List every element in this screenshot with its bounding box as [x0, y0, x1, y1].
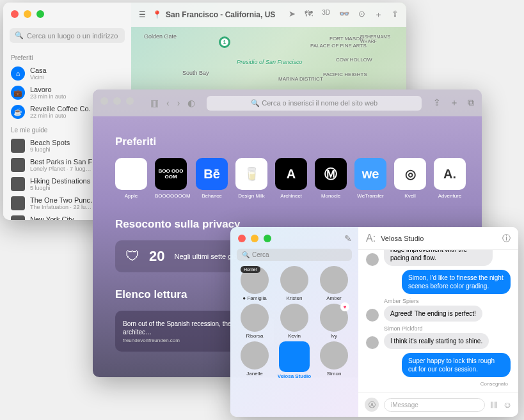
look-around-icon[interactable]: 👓: [339, 9, 349, 20]
favorite-site[interactable]: Ⓜ Monocle: [315, 158, 347, 199]
emoji-icon[interactable]: ☺: [503, 400, 512, 410]
share-icon[interactable]: ⇪: [392, 9, 399, 20]
close-button[interactable]: [100, 97, 108, 105]
message-input-bar: Ⓐ iMessage ⦀⦀ ☺: [358, 392, 518, 417]
contact-name: Janelle: [235, 371, 274, 377]
heart-icon: ♥: [340, 302, 349, 311]
search-placeholder: Cerca: [252, 251, 269, 258]
favorite-title: Casa: [30, 66, 47, 74]
site-icon: 🥛: [235, 158, 267, 190]
route-marker[interactable]: 1: [219, 36, 230, 48]
guide-title: The One Two Punc…: [30, 196, 97, 204]
contact-item[interactable]: Risorsa: [235, 304, 274, 339]
minimize-button[interactable]: [113, 97, 121, 105]
site-label: Kvell: [394, 193, 426, 199]
contact-item[interactable]: Home! ● Famiglia: [235, 266, 274, 301]
guide-title: Beach Spots: [30, 139, 70, 146]
maps-traffic-lights: [3, 3, 52, 26]
favorite-site[interactable]: Bē Behance: [196, 158, 228, 199]
map-mode-icon[interactable]: 🗺: [305, 9, 313, 20]
map-label: COW HOLLOW: [336, 57, 372, 63]
url-placeholder: Cerca o inserisci il nome del sito web: [262, 99, 377, 107]
favorite-icon: 💼: [11, 86, 25, 100]
details-icon[interactable]: ⓘ: [502, 233, 511, 244]
message-input[interactable]: iMessage: [384, 398, 485, 412]
contact-item[interactable]: Janelle: [235, 341, 274, 379]
url-field[interactable]: 🔍 Cerca o inserisci il nome del sito web: [207, 96, 422, 111]
search-icon: 🔍: [251, 99, 262, 107]
guide-title: Best Parks in San F…: [30, 158, 99, 166]
contact-name: Kristen: [275, 295, 314, 301]
to-label: A:: [366, 233, 376, 244]
message-bubble[interactable]: Super happy to lock this rough cut for o…: [402, 353, 511, 377]
favorite-site[interactable]: A. Adventure: [434, 158, 466, 199]
zoom-button[interactable]: [264, 235, 271, 242]
minimize-button[interactable]: [24, 10, 31, 18]
app-store-icon[interactable]: Ⓐ: [365, 398, 379, 412]
add-icon[interactable]: ＋: [374, 9, 383, 20]
contact-name: ● Famiglia: [235, 295, 274, 301]
favorite-site[interactable]: BOO OOO OOM BOOOOOOOM: [155, 158, 188, 199]
3d-button[interactable]: 3D: [322, 9, 330, 20]
tracker-count: 20: [149, 248, 164, 265]
close-button[interactable]: [238, 235, 246, 242]
favorite-site[interactable]: Apple: [115, 158, 147, 199]
contact-avatar: [320, 266, 348, 294]
favorite-site[interactable]: A Archinect: [275, 158, 307, 199]
site-label: WeTransfer: [354, 193, 386, 199]
favorite-subtitle: 23 min in auto: [30, 93, 67, 100]
map-label: Golden Gate: [144, 33, 177, 40]
site-icon: BOO OOO OOM: [155, 158, 187, 190]
message-row-incoming: I think it's really starting to shine.: [366, 333, 511, 349]
guide-thumbnail: [11, 158, 25, 172]
sidebar-toggle-icon[interactable]: ☰: [139, 10, 146, 19]
audio-icon[interactable]: ⦀⦀: [490, 400, 498, 410]
sidebar-icon[interactable]: ▥: [150, 98, 159, 108]
navigate-icon[interactable]: ➤: [289, 9, 296, 20]
contact-item[interactable]: Kevin: [275, 304, 314, 339]
message-bubble[interactable]: Simon, I'd like to finesse the night sce…: [402, 270, 511, 294]
favorite-item[interactable]: ⌂ Casa Vicini: [3, 64, 131, 83]
message-bubble[interactable]: Agreed! The ending is perfect!: [384, 306, 482, 322]
contact-item[interactable]: Amber: [315, 266, 353, 301]
message-row-outgoing: Simon, I'd like to finesse the night sce…: [366, 270, 511, 294]
close-button[interactable]: [11, 10, 19, 18]
settings-icon[interactable]: ⊙: [358, 9, 365, 20]
zoom-button[interactable]: [126, 97, 134, 105]
compose-icon[interactable]: ✎: [344, 233, 352, 244]
favorite-site[interactable]: ◎ Kvell: [394, 158, 426, 199]
site-icon: A.: [434, 158, 466, 190]
zoom-button[interactable]: [36, 10, 44, 18]
message-bubble[interactable]: I think the new sequence made a huge imp…: [384, 250, 493, 266]
contact-item[interactable]: Simon: [315, 341, 353, 379]
site-label: Apple: [115, 193, 147, 199]
messages-sidebar: 🔍 Cerca Home! ● Famiglia Kristen Amber R…: [230, 227, 358, 417]
map-label: FISHERMAN'S WHARF: [360, 35, 406, 43]
favorite-site[interactable]: we WeTransfer: [354, 158, 386, 199]
contact-name: Kevin: [275, 333, 314, 339]
contact-item[interactable]: ♥ Ivy: [315, 304, 353, 339]
guide-subtitle: 9 luoghi: [30, 146, 70, 153]
back-button[interactable]: ‹: [166, 98, 170, 108]
new-tab-icon[interactable]: ＋: [450, 97, 459, 109]
maps-search-input[interactable]: 🔍 Cerca un luogo o un indirizzo: [10, 28, 125, 43]
forward-button[interactable]: ›: [177, 98, 180, 108]
contact-name: Velosa Studio: [275, 373, 314, 379]
share-icon[interactable]: ⇪: [433, 97, 441, 109]
message-thread[interactable]: The driving scenes are working well.Simo…: [358, 250, 518, 392]
site-label: Behance: [196, 193, 228, 199]
favorite-site[interactable]: 🥛 Design Milk: [235, 158, 267, 199]
minimize-button[interactable]: [251, 235, 258, 242]
messages-search-input[interactable]: 🔍 Cerca: [237, 249, 352, 261]
tabs-icon[interactable]: ⧉: [468, 97, 474, 109]
recipient-name: Velosa Studio: [381, 235, 424, 242]
conversation-pane: A: Velosa Studio ⓘ The driving scenes ar…: [358, 227, 518, 417]
site-label: Design Milk: [235, 193, 267, 199]
messages-window: ✎ 🔍 Cerca Home! ● Famiglia Kristen Amber…: [230, 227, 518, 417]
guide-title: New York City: [30, 215, 74, 220]
message-bubble[interactable]: I think it's really starting to shine.: [384, 333, 489, 349]
shield-icon[interactable]: ◐: [187, 98, 195, 108]
guide-title: Hiking Destinations: [30, 177, 90, 185]
contact-item[interactable]: Kristen: [275, 266, 314, 301]
contact-item[interactable]: Velosa Studio: [275, 341, 314, 379]
